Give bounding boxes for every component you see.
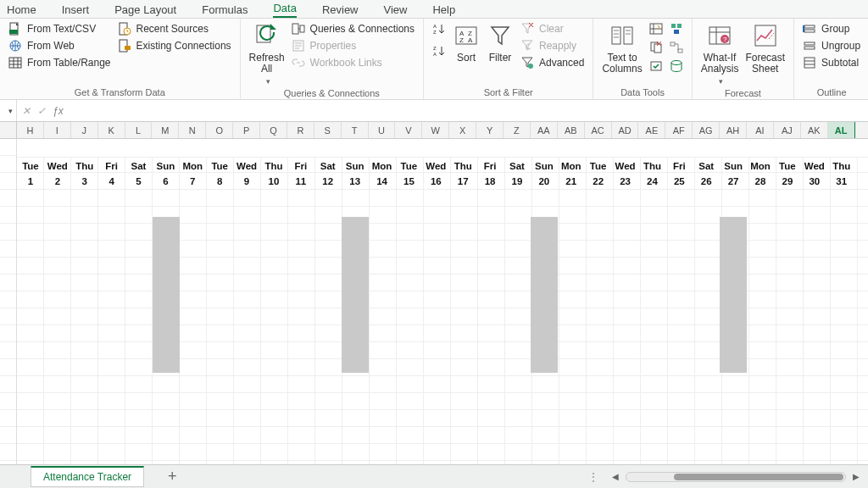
column-header-S[interactable]: S: [314, 122, 342, 138]
forecast-sheet-button[interactable]: Forecast Sheet: [745, 22, 785, 75]
filter-button[interactable]: Filter: [487, 22, 514, 64]
column-header-AK[interactable]: AK: [801, 122, 828, 138]
column-header-AH[interactable]: AH: [720, 122, 747, 138]
existing-connections-button[interactable]: Existing Connections: [118, 39, 231, 53]
column-header-Y[interactable]: Y: [476, 122, 504, 138]
clear-filter-button[interactable]: Clear: [520, 22, 584, 36]
column-header-U[interactable]: U: [369, 122, 396, 138]
formula-input[interactable]: [69, 100, 868, 121]
subtotal-button[interactable]: Subtotal: [803, 56, 860, 69]
date-cell: 14: [369, 176, 396, 186]
horizontal-scrollbar[interactable]: [626, 472, 846, 482]
column-header-L[interactable]: L: [125, 122, 153, 138]
properties-label: Properties: [310, 40, 357, 52]
column-header-H[interactable]: H: [17, 122, 44, 138]
sort-desc-button[interactable]: ZA: [432, 44, 446, 58]
column-header-AD[interactable]: AD: [612, 122, 639, 138]
ungroup-button[interactable]: Ungroup: [803, 39, 860, 53]
column-header-X[interactable]: X: [449, 122, 476, 138]
column-header-P[interactable]: P: [233, 122, 260, 138]
svg-text:?: ?: [723, 36, 727, 43]
tab-formulas[interactable]: Formulas: [202, 3, 248, 18]
consolidate-button[interactable]: [670, 22, 683, 36]
column-header-AG[interactable]: AG: [693, 122, 720, 138]
reapply-filter-button[interactable]: Reapply: [520, 39, 584, 53]
cancel-formula-icon[interactable]: ✕: [22, 105, 31, 117]
name-box[interactable]: ▾: [0, 100, 17, 121]
tab-insert[interactable]: Insert: [62, 3, 90, 18]
date-cell: 18: [476, 176, 504, 186]
tab-view[interactable]: View: [384, 3, 408, 18]
from-text-csv-button[interactable]: From Text/CSV: [8, 22, 111, 36]
date-cell: 15: [395, 176, 422, 186]
date-cell: 3: [71, 176, 98, 186]
column-header-M[interactable]: M: [152, 122, 179, 138]
column-header-AF[interactable]: AF: [665, 122, 693, 138]
sheet-tab-active[interactable]: Attendance Tracker: [31, 466, 144, 487]
column-header-T[interactable]: T: [342, 122, 369, 138]
tab-help[interactable]: Help: [432, 3, 455, 18]
sort-button[interactable]: AZZA Sort: [453, 22, 480, 64]
date-cell: 19: [504, 176, 531, 186]
fx-icon[interactable]: ƒx: [53, 105, 64, 117]
ribbon-tabs: Home Insert Page Layout Formulas Data Re…: [0, 0, 868, 19]
day-cell: Thu: [260, 161, 287, 171]
column-header-AA[interactable]: AA: [531, 122, 558, 138]
day-cell: Wed: [612, 161, 639, 171]
day-cell: Sun: [531, 161, 558, 171]
manage-data-model-button[interactable]: [670, 59, 683, 73]
column-header-Z[interactable]: Z: [504, 122, 531, 138]
column-header-AJ[interactable]: AJ: [774, 122, 801, 138]
scroll-left-button[interactable]: ◀: [612, 472, 619, 481]
advanced-filter-button[interactable]: Advanced: [520, 56, 584, 69]
data-validation-button[interactable]: [649, 59, 663, 73]
column-header-AI[interactable]: AI: [747, 122, 774, 138]
select-all-corner[interactable]: [0, 122, 17, 138]
column-header-W[interactable]: W: [422, 122, 449, 138]
workbook-links-button[interactable]: Workbook Links: [292, 56, 415, 69]
scroll-right-button[interactable]: ▶: [853, 472, 860, 481]
column-header-N[interactable]: N: [179, 122, 206, 138]
relationships-button[interactable]: [670, 41, 683, 54]
group-forecast: ? What-If Analysis▾ Forecast Sheet Forec…: [693, 19, 794, 99]
column-header-AE[interactable]: AE: [638, 122, 665, 138]
text-to-columns-button[interactable]: Text to Columns: [602, 22, 642, 75]
shaded-column: [720, 217, 747, 373]
column-header-AC[interactable]: AC: [585, 122, 612, 138]
recent-sources-button[interactable]: Recent Sources: [118, 22, 231, 36]
column-header-K[interactable]: K: [98, 122, 125, 138]
column-header-V[interactable]: V: [395, 122, 422, 138]
tab-home[interactable]: Home: [7, 3, 36, 18]
properties-button[interactable]: Properties: [292, 39, 415, 53]
queries-connections-button[interactable]: Queries & Connections: [292, 22, 415, 36]
reapply-icon: [520, 39, 534, 53]
flash-fill-button[interactable]: [649, 22, 663, 36]
tab-page-layout[interactable]: Page Layout: [114, 3, 176, 18]
what-if-analysis-button[interactable]: ? What-If Analysis▾: [701, 22, 739, 86]
column-header-I[interactable]: I: [44, 122, 71, 138]
from-web-button[interactable]: From Web: [8, 39, 111, 53]
enter-formula-icon[interactable]: ✓: [37, 105, 46, 117]
sort-asc-button[interactable]: AZ: [432, 22, 446, 36]
date-cell: 4: [98, 176, 125, 186]
add-sheet-button[interactable]: +: [168, 468, 177, 485]
date-number-row: 1234567891011121314151617181920212223242…: [17, 176, 868, 186]
scroll-thumb[interactable]: [674, 474, 843, 480]
tab-review[interactable]: Review: [322, 3, 359, 18]
column-header-AB[interactable]: AB: [558, 122, 585, 138]
remove-duplicates-button[interactable]: [649, 41, 663, 54]
table-icon: [8, 56, 22, 69]
column-header-AL[interactable]: AL: [828, 122, 855, 138]
group-outline: Group Ungroup Subtotal Outline: [794, 19, 868, 99]
column-header-J[interactable]: J: [71, 122, 98, 138]
refresh-all-button[interactable]: Refresh All▾: [249, 22, 285, 86]
column-header-O[interactable]: O: [206, 122, 233, 138]
spreadsheet-grid[interactable]: TueWedThuFriSatSunMonTueWedThuFriSatSunM…: [0, 139, 868, 464]
column-header-Q[interactable]: Q: [260, 122, 287, 138]
sheet-tab-scroll-menu[interactable]: ⋮: [588, 471, 600, 483]
group-rows-button[interactable]: Group: [803, 22, 860, 36]
column-header-R[interactable]: R: [287, 122, 314, 138]
from-table-range-button[interactable]: From Table/Range: [8, 56, 111, 69]
what-if-icon: ?: [706, 22, 733, 49]
tab-data[interactable]: Data: [273, 2, 296, 18]
